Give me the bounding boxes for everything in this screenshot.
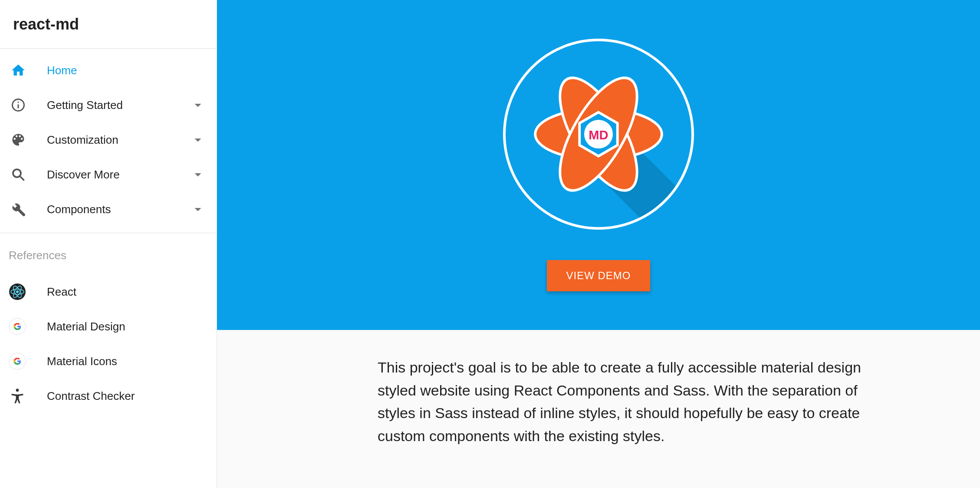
svg-point-3 (13, 169, 21, 177)
ref-label: Material Design (47, 320, 206, 333)
google-icon (8, 353, 47, 370)
hero-logo: MD (503, 39, 694, 230)
react-md-logo-icon: MD (506, 39, 691, 230)
google-icon (8, 318, 47, 335)
sidebar-item-react[interactable]: React (0, 274, 217, 309)
chevron-down-icon (190, 201, 206, 217)
view-demo-button[interactable]: VIEW DEMO (547, 260, 650, 291)
nav-label: Getting Started (47, 99, 190, 112)
wrench-icon (8, 201, 47, 217)
sidebar-item-discover-more[interactable]: Discover More (0, 157, 217, 192)
sidebar-item-contrast-checker[interactable]: Contrast Checker (0, 379, 217, 413)
ref-label: Contrast Checker (47, 389, 206, 403)
palette-icon (8, 132, 47, 148)
ref-label: Material Icons (47, 355, 206, 368)
chevron-down-icon (190, 132, 206, 148)
svg-point-9 (16, 290, 19, 293)
sidebar: react-md Home Getting Started Customizat… (0, 0, 217, 488)
intro-text: This project's goal is to be able to cre… (378, 356, 871, 448)
sidebar-item-material-icons[interactable]: Material Icons (0, 344, 217, 379)
svg-point-12 (16, 389, 19, 392)
app-title: react-md (13, 15, 79, 33)
nav-label: Customization (47, 133, 190, 147)
references-nav: React Material Design Material Icons Con… (0, 270, 217, 413)
nav-label: Home (47, 64, 206, 77)
home-icon (8, 63, 47, 78)
sidebar-item-material-design[interactable]: Material Design (0, 309, 217, 344)
sidebar-item-customization[interactable]: Customization (0, 122, 217, 157)
sidebar-item-components[interactable]: Components (0, 192, 217, 227)
sidebar-item-getting-started[interactable]: Getting Started (0, 88, 217, 122)
chevron-down-icon (190, 97, 206, 113)
svg-point-2 (18, 102, 19, 103)
sidebar-item-home[interactable]: Home (0, 53, 217, 88)
info-icon (8, 97, 47, 113)
sidebar-header: react-md (0, 0, 217, 49)
primary-nav: Home Getting Started Customization (0, 49, 217, 227)
svg-line-4 (20, 177, 24, 181)
main-content: MD VIEW DEMO This project's goal is to b… (217, 0, 980, 488)
intro-section: This project's goal is to be able to cre… (217, 330, 980, 465)
search-icon (8, 167, 47, 182)
logo-badge-text: MD (589, 128, 608, 142)
react-icon (8, 283, 47, 300)
references-subheader: References (0, 233, 217, 270)
accessibility-icon (8, 387, 47, 405)
hero-banner: MD VIEW DEMO (217, 0, 980, 330)
chevron-down-icon (190, 167, 206, 182)
nav-label: Discover More (47, 168, 190, 181)
nav-label: Components (47, 203, 190, 216)
ref-label: React (47, 285, 206, 299)
